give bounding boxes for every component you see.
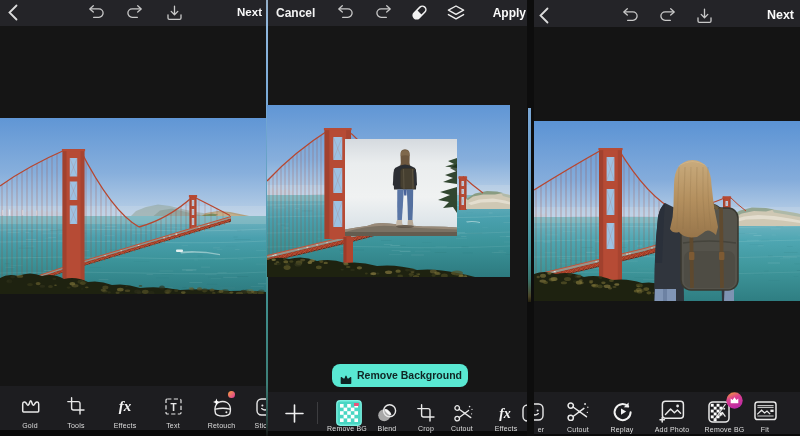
svg-text:fx: fx [499, 406, 511, 421]
svg-text:fx: fx [119, 398, 132, 414]
svg-text:T: T [170, 401, 176, 412]
